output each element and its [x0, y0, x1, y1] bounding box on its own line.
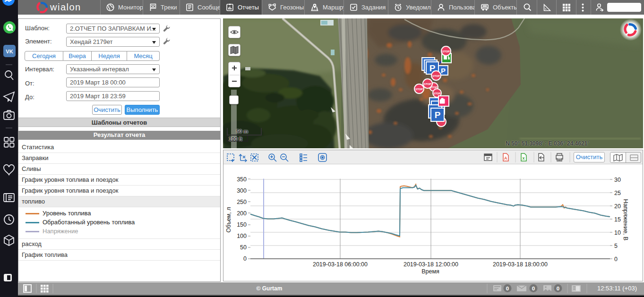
svg-text:10: 10 [614, 229, 621, 236]
svg-text:© Gurtam: © Gurtam [257, 285, 283, 292]
svg-text:P: P [441, 67, 446, 75]
svg-text:P: P [435, 110, 441, 120]
svg-text:Объем, л: Объем, л [225, 207, 232, 232]
svg-text:0: 0 [506, 286, 509, 291]
svg-text:250: 250 [237, 199, 247, 205]
svg-text:200: 200 [237, 210, 247, 217]
svg-text:0: 0 [243, 255, 247, 262]
svg-text:0: 0 [557, 286, 559, 291]
svg-text:STOP: STOP [415, 88, 423, 91]
svg-text:150: 150 [237, 221, 247, 228]
svg-text:50: 50 [240, 244, 247, 251]
svg-text:2019-03-18 06:00:00: 2019-03-18 06:00:00 [313, 261, 368, 268]
svg-text:Время: Время [421, 268, 439, 275]
svg-text:15: 15 [614, 216, 621, 223]
svg-text:STOP: STOP [432, 75, 440, 77]
svg-text:x: x [523, 156, 525, 161]
svg-text:2019-03-18 12:00:00: 2019-03-18 12:00:00 [404, 261, 458, 268]
svg-text:STOP: STOP [424, 83, 431, 85]
svg-text:100: 100 [237, 233, 247, 239]
svg-text:0: 0 [532, 286, 535, 291]
svg-text:300: 300 [237, 187, 247, 194]
svg-text:0: 0 [614, 256, 618, 263]
svg-text:2019-03-18 18:00:00: 2019-03-18 18:00:00 [493, 261, 548, 268]
svg-text:STOP: STOP [433, 92, 440, 95]
svg-text:30: 30 [614, 177, 621, 183]
svg-text:Напряжение, В: Напряжение, В [622, 199, 629, 241]
svg-text:25: 25 [614, 190, 621, 196]
svg-text:20: 20 [614, 203, 621, 210]
svg-text:350: 350 [237, 176, 247, 183]
svg-text:VK: VK [6, 49, 13, 54]
svg-text:A: A [504, 156, 507, 161]
svg-text:12:53:11 (+03): 12:53:11 (+03) [597, 285, 637, 292]
svg-text:5: 5 [614, 243, 618, 249]
svg-text:STOP: STOP [442, 50, 450, 53]
